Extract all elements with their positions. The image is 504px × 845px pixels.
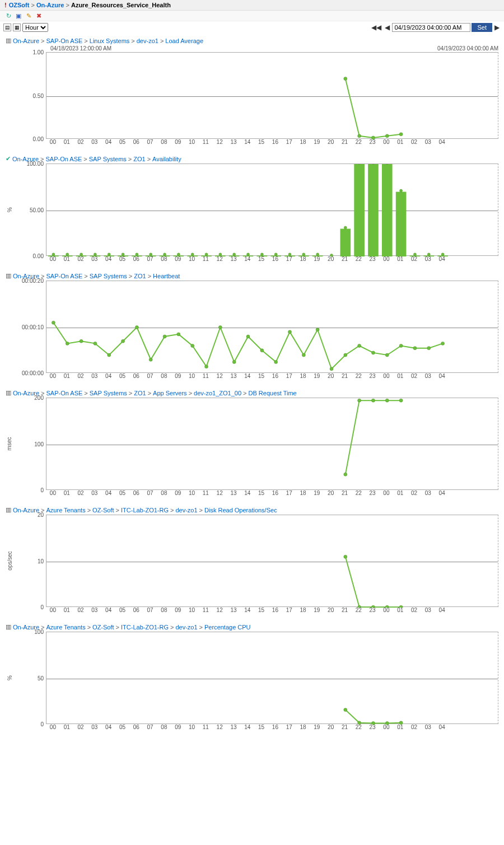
delete-icon[interactable]: ✖ xyxy=(35,12,43,20)
chart-bc-link[interactable]: dev-zo1 xyxy=(137,38,158,44)
svg-point-82 xyxy=(316,328,319,332)
x-tick: 18 xyxy=(296,724,310,730)
y-tick: 0.00 xyxy=(33,253,44,259)
chart-bc-link[interactable]: Linux Systems xyxy=(90,38,130,44)
x-tick: 01 xyxy=(393,490,407,496)
x-tick: 08 xyxy=(157,490,171,496)
x-tick: 10 xyxy=(185,724,199,730)
chart-bc-link[interactable]: Azure Tenants xyxy=(46,624,86,631)
chart-bc-link[interactable]: OZ-Soft xyxy=(92,507,114,513)
datetime-input[interactable] xyxy=(392,23,470,32)
chart-metric-link[interactable]: Availability xyxy=(152,156,181,162)
chart-bc-link[interactable]: OZ-Soft xyxy=(92,624,114,631)
toggle-left-icon[interactable]: ▤ xyxy=(3,24,11,31)
chart-bc-link[interactable]: dev-zo1 xyxy=(175,507,197,513)
x-tick: 22 xyxy=(352,607,366,613)
chart-bc-link[interactable]: dev-zo1_ZO1_00 xyxy=(194,390,241,396)
svg-point-98 xyxy=(358,605,361,608)
x-tick: 21 xyxy=(338,724,352,730)
nav-prev-icon[interactable]: ◀ xyxy=(384,24,391,31)
chart-metric-link[interactable]: DB Request Time xyxy=(249,390,297,396)
svg-point-32 xyxy=(233,253,236,256)
x-tick: 14 xyxy=(240,139,254,145)
chart-bc-link[interactable]: SAP Systems xyxy=(90,390,127,396)
chart-bc-link[interactable]: App Servers xyxy=(153,390,187,396)
set-button[interactable]: Set xyxy=(472,23,492,32)
svg-point-42 xyxy=(302,253,305,256)
refresh-icon[interactable]: ↻ xyxy=(4,12,12,20)
y-axis: 050100 xyxy=(13,632,46,724)
chart-bc-link[interactable]: ZO1 xyxy=(134,390,146,396)
x-tick: 23 xyxy=(366,139,380,145)
chart-metric-link[interactable]: Load Average xyxy=(165,38,203,44)
x-tick: 10 xyxy=(185,256,199,262)
nav-first-icon[interactable]: ◀◀ xyxy=(370,24,382,31)
svg-point-64 xyxy=(66,342,69,345)
breadcrumb-current: Azure_Resources_Service_Health xyxy=(71,2,171,8)
x-tick: 11 xyxy=(199,607,213,613)
chart-bc-link[interactable]: ITC-Lab-ZO1-RG xyxy=(121,624,169,631)
x-tick: 08 xyxy=(157,607,171,613)
start-timestamp: 04/18/2023 12:00:00 AM xyxy=(50,45,111,52)
chart-plot xyxy=(46,52,498,139)
chart-panel: ▥On-Azure > SAP-On ASE > SAP Systems > Z… xyxy=(6,272,498,379)
svg-point-80 xyxy=(288,330,291,334)
svg-point-94 xyxy=(371,399,375,402)
x-tick: 23 xyxy=(366,607,380,613)
save-icon[interactable]: ▣ xyxy=(15,12,22,20)
svg-point-71 xyxy=(163,335,166,338)
y-tick: 20 xyxy=(38,512,44,518)
chart-bc-link[interactable]: SAP-On ASE xyxy=(46,273,83,279)
chart-breadcrumb: ✔On-Azure > SAP-On ASE > SAP Systems > Z… xyxy=(6,155,498,162)
x-tick: 01 xyxy=(60,373,74,379)
header-breadcrumb: OZSoft > On-Azure > Azure_Resources_Serv… xyxy=(9,2,171,8)
y-axis-label xyxy=(6,52,13,139)
x-tick: 17 xyxy=(282,373,296,379)
x-tick: 03 xyxy=(421,490,435,496)
svg-point-78 xyxy=(260,349,264,352)
chart-bc-link[interactable]: On-Azure xyxy=(13,38,39,44)
svg-point-83 xyxy=(330,367,333,371)
chart-bc-link[interactable]: ZO1 xyxy=(133,156,145,162)
x-tick: 21 xyxy=(338,373,352,379)
x-tick: 10 xyxy=(185,139,199,145)
x-tick: 17 xyxy=(282,490,296,496)
chart-metric-link[interactable]: Disk Read Operations/Sec xyxy=(204,507,277,513)
granularity-select[interactable]: Hour xyxy=(22,23,48,32)
y-axis: 00:00:0000:00:1000:00:20 xyxy=(13,281,46,373)
breadcrumb-node[interactable]: On-Azure xyxy=(36,2,64,8)
chart-metric-link[interactable]: Percentage CPU xyxy=(204,624,251,631)
chart-panel: ▥On-Azure > SAP-On ASE > SAP Systems > Z… xyxy=(6,389,498,496)
y-axis-label: % xyxy=(6,164,13,256)
edit-icon[interactable]: ✎ xyxy=(25,12,32,20)
toggle-right-icon[interactable]: ▦ xyxy=(13,24,21,31)
svg-point-56 xyxy=(400,189,403,192)
x-tick: 15 xyxy=(254,607,268,613)
nav-next-icon[interactable]: ▶ xyxy=(493,24,501,31)
chart-bc-link[interactable]: dev-zo1 xyxy=(175,624,197,631)
chart-bc-link[interactable]: On-Azure xyxy=(13,507,39,513)
x-tick: 07 xyxy=(143,607,157,613)
chart-bc-link[interactable]: SAP-On ASE xyxy=(46,38,83,44)
chart-bc-link[interactable]: SAP Systems xyxy=(90,273,127,279)
svg-point-91 xyxy=(441,342,445,345)
chart-breadcrumb: ▥On-Azure > Azure Tenants > OZ-Soft > IT… xyxy=(6,623,498,631)
svg-rect-55 xyxy=(396,192,407,257)
chart-metric-link[interactable]: Heartbeat xyxy=(153,273,180,279)
svg-point-38 xyxy=(274,253,277,256)
chart-bc-link[interactable]: SAP-On ASE xyxy=(46,390,83,396)
svg-point-92 xyxy=(344,473,347,476)
x-tick: 14 xyxy=(240,607,254,613)
x-tick: 20 xyxy=(324,724,338,730)
chart-bc-link[interactable]: ITC-Lab-ZO1-RG xyxy=(121,507,169,513)
chart-bc-link[interactable]: SAP-On ASE xyxy=(46,156,82,162)
svg-point-20 xyxy=(150,253,152,256)
chart-bc-link[interactable]: Azure Tenants xyxy=(46,507,86,513)
chart-bc-link[interactable]: ZO1 xyxy=(134,273,146,279)
chart-bc-link[interactable]: SAP Systems xyxy=(89,156,127,162)
svg-point-77 xyxy=(246,335,250,338)
x-tick: 15 xyxy=(254,373,268,379)
x-tick: 04 xyxy=(435,490,449,496)
breadcrumb-root[interactable]: OZSoft xyxy=(9,2,30,8)
x-tick: 13 xyxy=(227,256,241,262)
